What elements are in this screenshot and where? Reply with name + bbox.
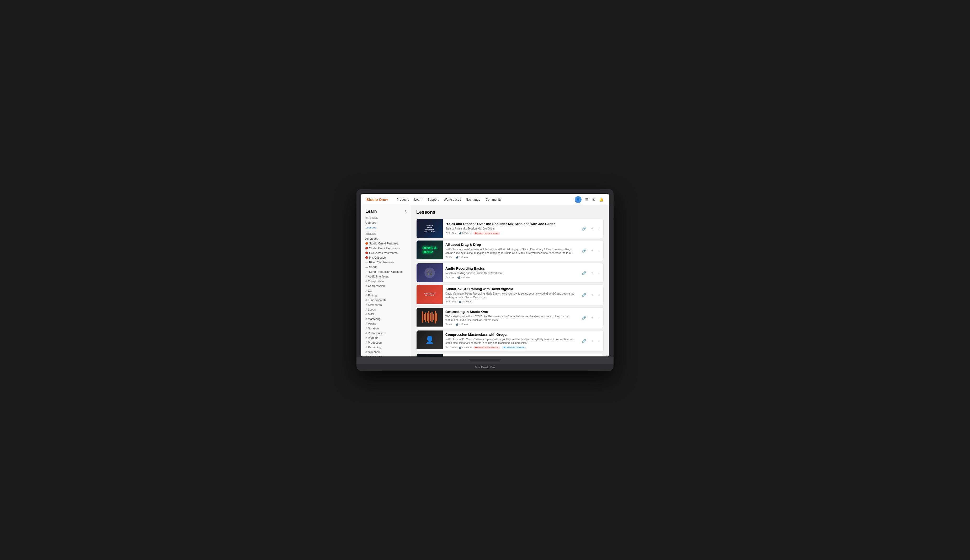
chevron-right-button[interactable]: › — [597, 270, 601, 276]
nav-right: 👤 ☰ ✉ 🔔 — [575, 196, 603, 203]
add-button[interactable]: ＋ — [589, 314, 595, 321]
sidebar-item-tag-midi[interactable]: #MIDI — [365, 312, 411, 317]
nav-exchange[interactable]: Exchange — [467, 198, 480, 202]
sidebar-item-tag-performance[interactable]: #Performance — [365, 331, 411, 335]
sidebar-item-all-videos[interactable]: All Videos — [365, 236, 411, 241]
sidebar-item-tag-composition[interactable]: #Composition — [365, 279, 411, 283]
video-icon: 📹 — [457, 276, 460, 279]
lesson-description: In this lesson you will learn about the … — [445, 248, 575, 255]
add-button[interactable]: ＋ — [589, 225, 595, 232]
main-layout: Learn ↻ Browse Courses Lessons Videos Al… — [361, 205, 609, 357]
menu-icon[interactable]: ☰ — [585, 198, 588, 202]
link-button[interactable]: 🔗 — [581, 338, 587, 344]
video-icon: 📹 — [458, 232, 462, 235]
sidebar-item-tag-recording[interactable]: #Recording — [365, 345, 411, 350]
lesson-info: Beatmaking in Studio One We're starting … — [443, 308, 578, 328]
lesson-description: Start-to-Finish Mix Session with Joe Gil… — [445, 227, 575, 230]
hashtag-list: #Audio Interfaces#Composition#Compressio… — [365, 274, 411, 357]
sidebar-item-mix-critiques[interactable]: Mix Critiques — [365, 255, 411, 260]
refresh-icon[interactable]: ↻ — [405, 210, 408, 213]
chevron-right-button[interactable]: › — [597, 225, 601, 232]
nav-learn[interactable]: Learn — [414, 198, 422, 202]
exclusive-badge: Studio One+ Exclusive — [473, 232, 500, 235]
lesson-thumbnail: DRAG &DROP — [417, 240, 443, 259]
video-icon: 📹 — [458, 300, 462, 303]
lesson-meta: ⏱ 5h 26m 📹 6 Videos Studio One+ Exclusiv… — [445, 232, 575, 235]
nav-links: Products Learn Support Workspaces Exchan… — [397, 198, 502, 202]
link-button[interactable]: 🔗 — [581, 247, 587, 253]
sidebar-title: Learn — [365, 209, 377, 214]
link-button[interactable]: 🔗 — [581, 225, 587, 232]
lesson-card: 🎧 Audio Recording Basics New to recordin… — [416, 263, 603, 282]
chevron-right-button[interactable]: › — [597, 338, 601, 344]
sidebar-item-tag-mastering[interactable]: #Mastering — [365, 317, 411, 321]
sidebar-item-tag-keyboards[interactable]: #Keyboards — [365, 302, 411, 307]
sidebar-item-livestreams[interactable]: Exclusive Livestreams — [365, 250, 411, 255]
macbook-label: MacBook Pro — [361, 364, 609, 371]
sidebar-item-tag-studio-one[interactable]: #Studio One — [365, 354, 411, 357]
bell-icon[interactable]: 🔔 — [599, 198, 603, 202]
logo[interactable]: Studio One+ — [367, 198, 388, 202]
link-button[interactable]: 🔗 — [581, 292, 587, 298]
sidebar-item-tag-compression[interactable]: #Compression — [365, 283, 411, 288]
lesson-actions: 🔗 ＋ › — [578, 308, 603, 328]
sidebar-item-courses[interactable]: Courses — [365, 220, 411, 225]
add-button[interactable]: ＋ — [589, 292, 595, 298]
chevron-right-button[interactable]: › — [597, 247, 601, 253]
sidebar-item-s16-features[interactable]: Studio One 6 Features — [365, 241, 411, 246]
sidebar-item-exclusives[interactable]: Studio One+ Exclusives — [365, 246, 411, 250]
lesson-meta: ⏱ 35m 📹 5 Videos — [445, 256, 575, 258]
lesson-description: We're starting off with an ATOM Live Per… — [445, 315, 575, 322]
lesson-duration: ⏱ 35m — [445, 256, 453, 258]
sidebar-item-lessons[interactable]: Lessons — [365, 225, 411, 230]
laptop-notch — [469, 359, 501, 362]
sidebar-item-tag-fundamentals[interactable]: #Fundamentals — [365, 298, 411, 302]
lesson-card: 👤 Compression Masterclass with Gregor In… — [416, 330, 603, 352]
link-button[interactable]: 🔗 — [581, 315, 587, 321]
add-button[interactable]: ＋ — [589, 338, 595, 344]
lesson-info: All about Drag & Drop In this lesson you… — [443, 240, 578, 261]
link-button[interactable]: 🔗 — [581, 270, 587, 276]
lesson-title: "Stick and Stones" Over-the-Shoulder Mix… — [445, 222, 575, 227]
lesson-card: Beatmaking in Studio One We're starting … — [416, 307, 603, 328]
sidebar-item-song-production[interactable]: — Song Production Critiques — [365, 269, 411, 274]
add-button[interactable]: ＋ — [589, 247, 595, 254]
sidebar-item-tag-editing[interactable]: #Editing — [365, 293, 411, 298]
nav-community[interactable]: Community — [485, 198, 502, 202]
nav-products[interactable]: Products — [397, 198, 409, 202]
sidebar-item-shorts[interactable]: — Shorts — [365, 265, 411, 269]
sidebar-item-river-city[interactable]: — River City Sessions — [365, 260, 411, 265]
lesson-duration: ⏱ 1h 15m — [445, 346, 457, 349]
chevron-right-button[interactable]: › — [597, 315, 601, 321]
add-button[interactable]: ＋ — [589, 269, 595, 276]
lesson-card: 📊 EQ Masterclass with Joe Explore the ba… — [416, 354, 603, 357]
sidebar-item-tag-audio-interfaces[interactable]: #Audio Interfaces — [365, 274, 411, 279]
nav-workspaces[interactable]: Workspaces — [444, 198, 461, 202]
sidebar-item-tag-notation[interactable]: #Notation — [365, 326, 411, 331]
clock-icon: ⏱ — [445, 256, 448, 258]
sidebar-item-tag-loops[interactable]: #Loops — [365, 307, 411, 312]
sidebar-item-tag-sidechain[interactable]: #Sidechain — [365, 350, 411, 354]
sidebar-item-tag-eq[interactable]: #EQ — [365, 288, 411, 293]
lesson-card: AUDIOBOX GOIntroduction AudioBox GO Trai… — [416, 285, 603, 305]
download-badge[interactable]: Download Materials — [502, 346, 526, 349]
dot-red3 — [365, 256, 368, 259]
sidebar-item-tag-plug-ins[interactable]: #Plug-ins — [365, 335, 411, 340]
lesson-videos: 📹 10 Videos — [458, 300, 473, 303]
lesson-title: Compression Masterclass with Gregor — [445, 333, 575, 337]
video-icon: 📹 — [455, 323, 458, 326]
user-avatar[interactable]: 👤 — [575, 196, 582, 203]
laptop-base — [357, 357, 613, 364]
nav-support[interactable]: Support — [428, 198, 438, 202]
lesson-meta: ⏱ 1h 15m 📹 4 Videos Studio One+ Exclusiv… — [445, 346, 575, 349]
sidebar-item-tag-mixing[interactable]: #Mixing — [365, 321, 411, 326]
sidebar-item-tag-production[interactable]: #Production — [365, 340, 411, 345]
mail-icon[interactable]: ✉ — [592, 198, 595, 202]
laptop-frame: Studio One+ Products Learn Support Works… — [357, 189, 613, 371]
lesson-description: New to recording audio in Studio One? St… — [445, 272, 575, 275]
lesson-thumbnail: 👤 — [417, 330, 443, 349]
lesson-actions: 🔗 ＋ › — [578, 219, 603, 238]
video-icon: 📹 — [455, 256, 458, 258]
chevron-right-button[interactable]: › — [597, 292, 601, 298]
page-title: Lessons — [416, 210, 603, 215]
